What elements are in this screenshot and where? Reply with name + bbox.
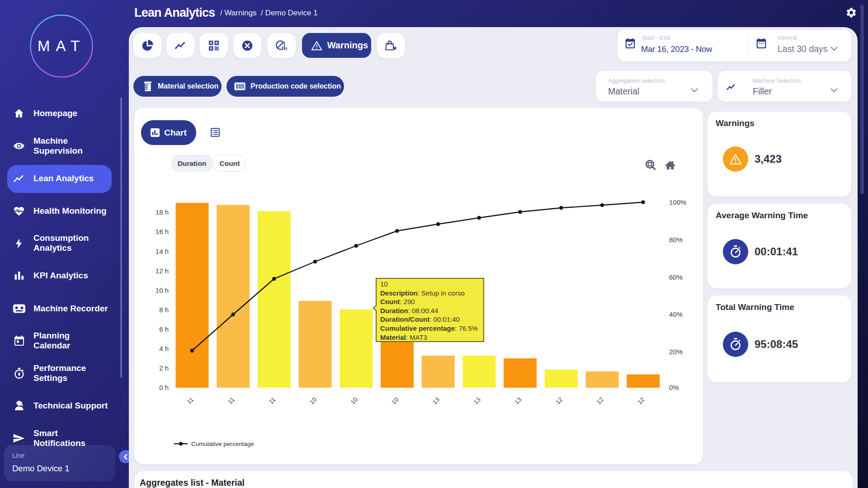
svg-text:16 h: 16 h	[156, 228, 169, 235]
svg-text:100%: 100%	[669, 198, 686, 206]
svg-text:8 h: 8 h	[159, 306, 169, 314]
svg-text:4 h: 4 h	[159, 345, 169, 352]
svg-text:13: 13	[472, 396, 482, 406]
svg-text:12: 12	[554, 396, 564, 406]
svg-text:Cumulative percentage: Cumulative percentage	[191, 441, 254, 447]
svg-text:10: 10	[390, 396, 400, 406]
svg-text:0 h: 0 h	[159, 384, 169, 391]
svg-text:12: 12	[637, 396, 646, 406]
svg-text:60%: 60%	[669, 273, 683, 281]
svg-text:11: 11	[268, 396, 277, 406]
svg-text:2 h: 2 h	[159, 364, 169, 372]
svg-text:13: 13	[431, 396, 441, 406]
svg-text:14 h: 14 h	[156, 248, 169, 255]
svg-text:18 h: 18 h	[156, 208, 169, 216]
svg-text:13: 13	[513, 396, 523, 406]
svg-text:11: 11	[226, 396, 236, 406]
svg-text:0%: 0%	[669, 384, 679, 391]
svg-text:11: 11	[186, 396, 195, 406]
svg-text:6 h: 6 h	[159, 325, 169, 333]
svg-text:10 h: 10 h	[156, 286, 169, 294]
svg-text:12 h: 12 h	[156, 267, 169, 275]
svg-text:10: 10	[349, 396, 359, 406]
svg-text:40%: 40%	[669, 310, 683, 318]
svg-text:20%: 20%	[669, 348, 683, 356]
svg-text:10: 10	[308, 396, 318, 406]
svg-text:MAT: MAT	[38, 38, 85, 54]
svg-text:80%: 80%	[669, 236, 683, 244]
svg-text:12: 12	[595, 396, 605, 406]
